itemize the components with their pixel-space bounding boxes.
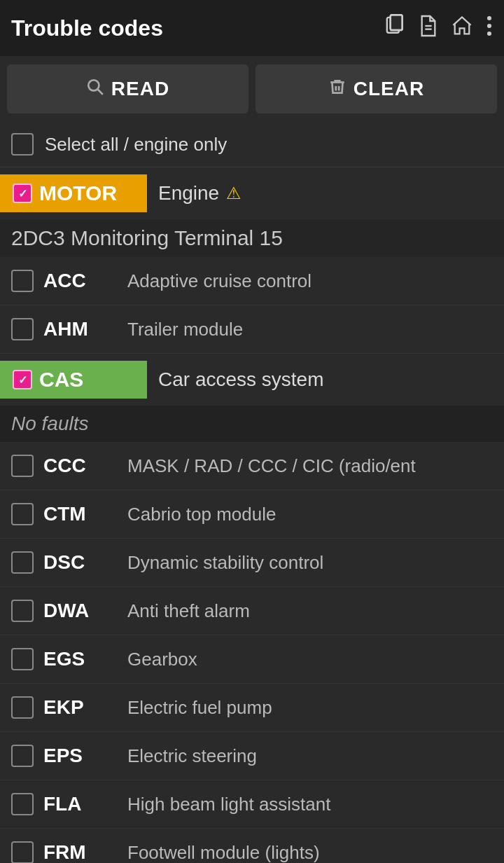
cas-label: CAS bbox=[39, 368, 83, 392]
dsc-checkbox[interactable] bbox=[11, 551, 34, 574]
select-all-label: Select all / engine only bbox=[45, 134, 227, 156]
cas-checkbox[interactable] bbox=[13, 370, 32, 389]
list-item[interactable]: EPS Electric steering bbox=[0, 732, 504, 780]
eps-code: EPS bbox=[43, 745, 127, 767]
ekp-name: Electric fuel pump bbox=[127, 697, 493, 719]
copy-icon[interactable] bbox=[385, 14, 406, 43]
list-item[interactable]: FRM Footwell module (lights) bbox=[0, 829, 504, 863]
frm-checkbox[interactable] bbox=[11, 841, 34, 863]
section-title: 2DC3 Monitoring Terminal 15 bbox=[0, 219, 504, 257]
list-item[interactable]: ACC Adaptive cruise control bbox=[0, 257, 504, 305]
cas-tag[interactable]: CAS bbox=[0, 361, 147, 399]
motor-label: MOTOR bbox=[39, 181, 117, 205]
motor-tag[interactable]: MOTOR bbox=[0, 174, 147, 212]
select-all-checkbox[interactable] bbox=[11, 133, 34, 156]
read-button[interactable]: READ bbox=[7, 64, 248, 113]
action-bar: READ CLEAR bbox=[0, 56, 504, 122]
list-item[interactable]: EKP Electric fuel pump bbox=[0, 684, 504, 732]
search-icon bbox=[86, 78, 104, 101]
no-faults-banner: No faults bbox=[0, 406, 504, 442]
dwa-checkbox[interactable] bbox=[11, 600, 34, 622]
ccc-code: CCC bbox=[43, 455, 127, 477]
acc-code: ACC bbox=[43, 270, 127, 292]
app-header: Trouble codes bbox=[0, 0, 504, 56]
list-item[interactable]: CCC MASK / RAD / CCC / CIC (radio/ent bbox=[0, 442, 504, 490]
list-item[interactable]: EGS Gearbox bbox=[0, 635, 504, 684]
ctm-checkbox[interactable] bbox=[11, 503, 34, 525]
page-title: Trouble codes bbox=[11, 15, 385, 41]
more-icon[interactable] bbox=[486, 14, 493, 43]
trash-icon bbox=[328, 78, 346, 101]
ccc-name: MASK / RAD / CCC / CIC (radio/ent bbox=[127, 455, 493, 477]
acc-name: Adaptive cruise control bbox=[127, 270, 493, 292]
frm-name: Footwell module (lights) bbox=[127, 842, 493, 864]
frm-code: FRM bbox=[43, 841, 127, 863]
egs-code: EGS bbox=[43, 648, 127, 670]
list-item[interactable]: DWA Anti theft alarm bbox=[0, 587, 504, 635]
warning-icon: ⚠ bbox=[226, 184, 241, 203]
home-icon[interactable] bbox=[451, 14, 473, 43]
ahm-code: AHM bbox=[43, 318, 127, 340]
select-all-row[interactable]: Select all / engine only bbox=[0, 122, 504, 167]
file-icon[interactable] bbox=[419, 14, 438, 43]
fla-name: High beam light assistant bbox=[127, 794, 493, 815]
svg-line-9 bbox=[98, 89, 103, 94]
ekp-code: EKP bbox=[43, 696, 127, 719]
list-item[interactable]: CTM Cabrio top module bbox=[0, 490, 504, 539]
cas-module-row[interactable]: CAS Car access system bbox=[0, 354, 504, 406]
list-item[interactable]: FLA High beam light assistant bbox=[0, 780, 504, 829]
motor-description: Engine ⚠ bbox=[147, 175, 253, 212]
ahm-checkbox[interactable] bbox=[11, 318, 34, 340]
dsc-name: Dynamic stability control bbox=[127, 552, 493, 574]
ctm-name: Cabrio top module bbox=[127, 504, 493, 525]
svg-rect-1 bbox=[391, 15, 402, 30]
dsc-code: DSC bbox=[43, 551, 127, 574]
read-label: READ bbox=[111, 78, 169, 100]
egs-name: Gearbox bbox=[127, 649, 493, 670]
clear-label: CLEAR bbox=[354, 78, 424, 100]
svg-point-5 bbox=[487, 16, 491, 20]
dwa-code: DWA bbox=[43, 600, 127, 622]
motor-checkbox[interactable] bbox=[13, 184, 32, 203]
svg-point-7 bbox=[487, 31, 491, 35]
dwa-name: Anti theft alarm bbox=[127, 600, 493, 622]
list-item[interactable]: DSC Dynamic stability control bbox=[0, 539, 504, 587]
list-item[interactable]: AHM Trailer module bbox=[0, 305, 504, 354]
ctm-code: CTM bbox=[43, 503, 127, 525]
ccc-checkbox[interactable] bbox=[11, 455, 34, 477]
fla-checkbox[interactable] bbox=[11, 793, 34, 815]
svg-point-6 bbox=[487, 23, 491, 27]
svg-point-8 bbox=[88, 80, 99, 90]
header-icons bbox=[385, 14, 493, 43]
ekp-checkbox[interactable] bbox=[11, 696, 34, 719]
ahm-name: Trailer module bbox=[127, 319, 493, 340]
motor-module-row[interactable]: MOTOR Engine ⚠ bbox=[0, 167, 504, 219]
acc-checkbox[interactable] bbox=[11, 270, 34, 292]
fla-code: FLA bbox=[43, 793, 127, 815]
eps-name: Electric steering bbox=[127, 745, 493, 767]
eps-checkbox[interactable] bbox=[11, 745, 34, 767]
cas-description: Car access system bbox=[147, 361, 335, 398]
clear-button[interactable]: CLEAR bbox=[255, 64, 497, 113]
egs-checkbox[interactable] bbox=[11, 648, 34, 670]
